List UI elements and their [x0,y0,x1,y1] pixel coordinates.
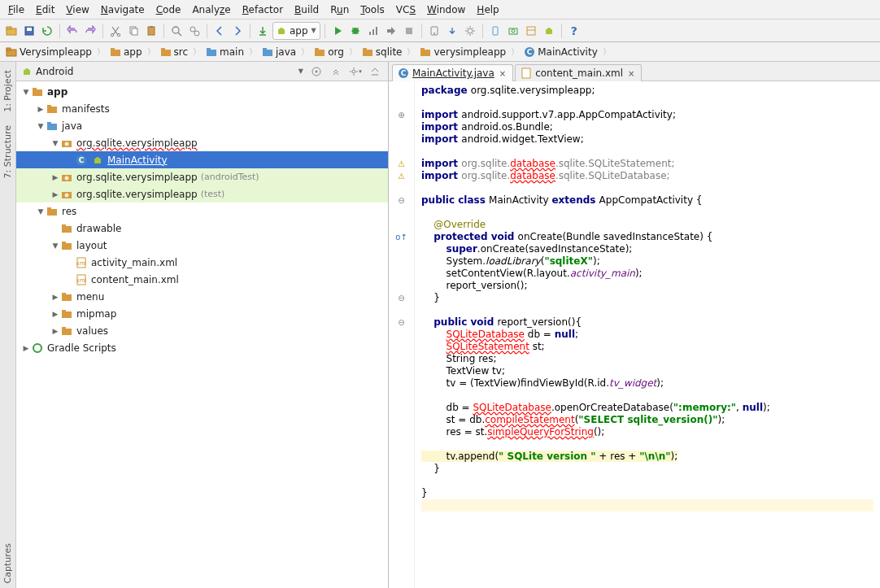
back-button[interactable] [211,23,228,39]
svg-rect-74 [62,224,66,227]
tab-project[interactable]: 1: Project [1,65,15,117]
tree-values[interactable]: ▶values [16,322,388,339]
crumb-src[interactable]: src [158,46,191,59]
tree-toggle[interactable]: ▼ [36,207,46,216]
tree-pkg-main[interactable]: ▼org.sqlite.verysimpleapp [16,134,388,151]
editor-gutter[interactable]: ⊕ ⚠ ⚠ ⊖ o↑ ⊖ ⊖ [389,81,415,588]
fold-icon[interactable]: ⊖ [389,316,414,329]
menu-vcs[interactable]: VCS [391,2,420,17]
gear-icon[interactable]: ▾ [347,63,364,80]
crumb-org[interactable]: org [311,46,346,59]
code-editor[interactable]: ⊕ ⚠ ⚠ ⊖ o↑ ⊖ ⊖ package org.sqlite.verysi… [389,81,880,588]
override-icon[interactable]: o↑ [389,231,414,243]
tree-toggle[interactable]: ▼ [36,122,46,130]
layout-inspector-button[interactable] [523,23,539,39]
tree-pkg-atest[interactable]: ▶org.sqlite.verysimpleapp(androidTest) [16,168,388,185]
menu-tools[interactable]: Tools [355,2,390,17]
editor-tab-mainactivity[interactable]: C MainActivity.java × [392,64,513,81]
crumb-app[interactable]: app [107,46,145,59]
close-tab-icon[interactable]: × [499,69,506,78]
menu-view[interactable]: View [61,2,94,17]
tree-toggle[interactable]: ▶ [50,327,60,335]
menu-navigate[interactable]: Navigate [96,2,150,17]
tree-mainactivity[interactable]: CMainActivity [16,151,388,168]
tree-toggle[interactable]: ▶ [50,293,60,301]
find-button[interactable] [168,23,185,39]
tree-content-main-xml[interactable]: xmlcontent_main.xml [16,271,388,288]
tree-res[interactable]: ▼res [16,203,388,220]
tree-toggle[interactable]: ▼ [50,242,60,250]
tree-drawable[interactable]: drawable [16,220,388,237]
crumb-project[interactable]: Verysimpleapp [3,46,94,59]
code-text[interactable]: package org.sqlite.verysimpleapp; import… [415,81,880,588]
menu-edit[interactable]: Edit [31,2,59,17]
close-tab-icon[interactable]: × [628,69,634,78]
tree-app[interactable]: ▼app [16,83,388,100]
tree-pkg-test[interactable]: ▶org.sqlite.verysimpleapp(test) [16,185,388,203]
tab-structure[interactable]: 7: Structure [1,120,15,183]
project-view-select[interactable]: Android ▼ [21,66,303,77]
crumb-sqlite[interactable]: sqlite [359,46,405,59]
editor-tab-contentmain[interactable]: content_main.xml × [515,64,642,81]
menu-code[interactable]: Code [151,2,186,17]
copy-button[interactable] [125,23,142,39]
sync-button[interactable] [39,23,55,39]
avd-button[interactable] [426,23,442,39]
hide-icon[interactable] [367,63,383,80]
menu-analyze[interactable]: Analyze [187,2,235,17]
crumb-mainactivity[interactable]: CMainActivity [521,46,600,59]
settings-button[interactable] [462,23,478,39]
crumb-verysimpleapp[interactable]: verysimpleapp [417,46,508,59]
tree-toggle[interactable]: ▼ [21,88,31,96]
fold-icon[interactable]: ⊖ [389,194,414,207]
debug-button[interactable] [347,23,364,39]
tree-activity-main-xml[interactable]: xmlactivity_main.xml [16,254,388,271]
open-button[interactable] [3,23,20,39]
menu-refactor[interactable]: Refactor [237,2,288,17]
tree-toggle[interactable]: ▶ [50,190,60,198]
fold-icon[interactable]: ⊕ [389,109,414,121]
tree-toggle[interactable]: ▼ [50,139,60,147]
tree-toggle[interactable]: ▶ [50,310,60,318]
stop-button[interactable] [401,23,417,39]
menu-build[interactable]: Build [290,2,324,17]
tree-toggle[interactable]: ▶ [50,173,60,181]
tree-toggle[interactable]: ▶ [36,105,46,113]
device-button[interactable] [487,23,503,39]
menu-file[interactable]: File [3,2,29,17]
scroll-from-source-icon[interactable] [308,63,325,80]
warning-icon[interactable]: ⚠ [389,170,414,182]
paste-button[interactable] [143,23,159,39]
replace-button[interactable] [186,23,203,39]
tree-toggle[interactable]: ▶ [21,344,31,352]
save-button[interactable] [21,23,37,39]
sdk-button[interactable] [444,23,460,39]
menu-run[interactable]: Run [325,2,354,17]
tree-layout[interactable]: ▼layout [16,237,388,254]
cut-button[interactable] [107,23,124,39]
help-button[interactable]: ? [566,23,582,39]
profile-button[interactable] [365,23,381,39]
tree-gradle[interactable]: ▶Gradle Scripts [16,339,388,356]
tab-captures[interactable]: Captures [1,538,15,588]
run-button[interactable] [329,23,346,39]
tree-mipmap[interactable]: ▶mipmap [16,305,388,322]
collapse-icon[interactable] [328,63,344,80]
run-config-select[interactable]: app ▼ [272,22,320,40]
fold-end-icon[interactable]: ⊖ [389,292,414,304]
tree-java[interactable]: ▼java [16,117,388,134]
redo-button[interactable] [82,23,98,39]
undo-button[interactable] [64,23,81,39]
attach-button[interactable] [383,23,399,39]
menu-window[interactable]: Window [422,2,470,17]
warning-icon[interactable]: ⚠ [389,158,414,170]
crumb-java[interactable]: java [259,46,298,59]
make-button[interactable] [255,23,271,39]
tree-manifests[interactable]: ▶manifests [16,100,388,117]
android-button[interactable] [541,23,557,39]
crumb-main[interactable]: main [203,46,246,59]
forward-button[interactable] [229,23,246,39]
tree-menu[interactable]: ▶menu [16,288,388,305]
menu-help[interactable]: Help [472,2,503,17]
screenshot-button[interactable] [505,23,521,39]
